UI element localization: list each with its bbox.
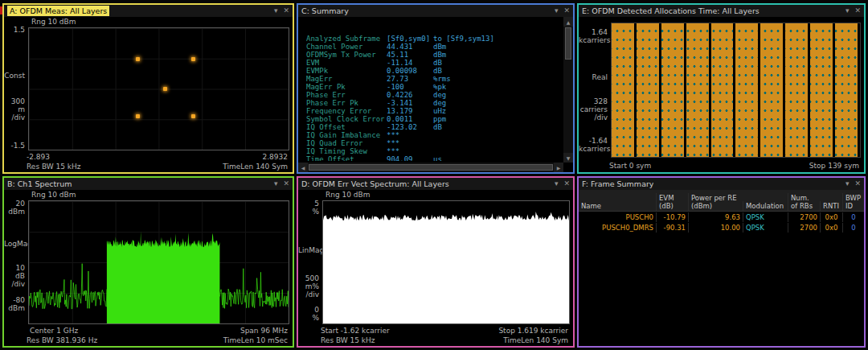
summary-line: MagErr27.73%rms (306, 75, 562, 83)
summary-vertical-scrollbar[interactable]: ▲ ▼ (563, 17, 573, 163)
vertical-scroll-thumb[interactable] (565, 27, 571, 60)
panel-close-icon[interactable]: ✕ (283, 180, 289, 187)
constellation-plot[interactable] (28, 27, 289, 150)
summary-line: OFDMSym Tx Power45.11dBm (306, 51, 562, 59)
summary-line: Phase Err0.4226deg (306, 91, 562, 99)
summary-metric-unit: us (433, 155, 442, 161)
panel-d-title: D: OFDM Err Vect Spectrum: All Layers (301, 179, 449, 189)
table-cell-rbs: 2700 (788, 223, 820, 233)
column-header[interactable]: EVM (dB) (656, 193, 688, 211)
summary-line: IQ Timing Skew*** (306, 147, 562, 155)
range-label: Rng 10 dBm (326, 191, 371, 199)
center-freq-label: Center 1 GHz (30, 327, 78, 335)
panel-ofdm-meas: A: OFDM Meas: All Layers ▾ ✕ Rng 10 dBm … (2, 3, 294, 174)
column-header[interactable]: Power per RE (dBm) (688, 193, 743, 211)
column-header[interactable]: Name (579, 201, 656, 211)
allocations-plot[interactable] (611, 23, 861, 158)
y-max-label: 1.5 (4, 26, 25, 34)
panel-d-titlebar[interactable]: D: OFDM Err Vect Spectrum: All Layers ▾ … (298, 178, 573, 190)
panel-a-title: A: OFDM Meas: All Layers (7, 6, 109, 16)
scroll-up-icon[interactable]: ▲ (563, 17, 573, 27)
summary-metric-unit: %pk (433, 83, 446, 91)
panel-b-titlebar[interactable]: B: Ch1 Spectrum ▾ ✕ (4, 178, 293, 190)
panel-menu-icon[interactable]: ▾ (845, 7, 850, 14)
summary-metric-name: IQ Quad Error (306, 139, 387, 147)
x-min-label: Start 0 sym (609, 162, 651, 170)
summary-metric-value: *** (387, 147, 433, 155)
column-header[interactable]: Modulation (743, 201, 788, 211)
panel-close-icon[interactable]: ✕ (854, 7, 861, 14)
summary-metric-value: [Sf0,sym0] (387, 35, 433, 43)
panel-b-content: Rng 10 dBm 20 dBm LogMag 10 dB /div -80 … (4, 190, 293, 346)
panel-c-titlebar[interactable]: C: Summary ▾ ✕ (298, 5, 573, 17)
summary-metric-name: IQ Offset (306, 123, 387, 131)
scroll-left-icon[interactable]: ◀ (298, 163, 308, 172)
panel-c-title: C: Summary (301, 6, 349, 16)
scale-per-div-label: 328 carriers /div (579, 97, 608, 121)
x-max-label: Stop 1.619 kcarrier (498, 327, 568, 335)
evm-spectrum-plot[interactable] (322, 200, 570, 324)
panel-e-titlebar[interactable]: E: OFDM Detected Allocations Time: All L… (579, 5, 864, 17)
table-row[interactable]: PUSCH0_DMRS-90.3110.00QPSK27000x00 (579, 222, 864, 233)
table-cell-evm: -10.79 (656, 212, 688, 222)
panel-menu-icon[interactable]: ▾ (274, 7, 278, 14)
range-label: Rng 10 dBm (31, 191, 76, 199)
res-bw-label: Res BW 15 kHz (27, 163, 81, 171)
panel-close-icon[interactable]: ✕ (563, 7, 570, 14)
panel-detected-allocations: E: OFDM Detected Allocations Time: All L… (577, 3, 866, 174)
y-max-label: 1.64 kcarriers (579, 28, 608, 44)
summary-lines: Analyzed Subframe[Sf0,sym0]to [Sf9,sym13… (306, 35, 562, 161)
y-min-label: 0 % (298, 306, 319, 322)
frame-summary-header: NameEVM (dB)Power per RE (dBm)Modulation… (579, 190, 864, 212)
column-header[interactable]: Num. of RBs (788, 193, 820, 211)
summary-metric-unit: dB (433, 59, 442, 67)
panel-d-content: Rng 10 dBm 5 % LinMag 500 m% /div 0 % St… (298, 190, 573, 346)
summary-metric-value: 13.179 (387, 107, 433, 115)
summary-metric-name: IQ Timing Skew (306, 147, 387, 155)
scale-per-div-label: 300 m /div (4, 97, 25, 121)
table-row[interactable]: PUSCH0-10.799.63QPSK27000x00 (579, 212, 864, 222)
column-header[interactable]: RNTI (820, 201, 842, 211)
panel-close-icon[interactable]: ✕ (283, 7, 289, 14)
summary-metric-unit: deg (433, 91, 446, 99)
x-max-label: 2.8932 (263, 153, 289, 161)
summary-metric-name: Frequency Error (306, 107, 387, 115)
table-cell-rnti: 0x0 (820, 212, 842, 222)
panel-c-content: Analyzed Subframe[Sf0,sym0]to [Sf9,sym13… (298, 17, 573, 172)
summary-metric-value: -3.141 (387, 99, 433, 107)
panel-err-vect-spectrum: D: OFDM Err Vect Spectrum: All Layers ▾ … (297, 176, 575, 348)
summary-metric-name: Phase Err (306, 91, 387, 99)
vertical-scroll-track[interactable] (563, 60, 573, 153)
trace-format-label: Const (4, 72, 25, 80)
frame-summary-table: NameEVM (dB)Power per RE (dBm)Modulation… (579, 190, 864, 346)
panel-menu-icon[interactable]: ▾ (555, 180, 559, 187)
spectrum-trace (29, 201, 289, 323)
y-min-label: -1.64 kcarriers (579, 137, 608, 153)
panel-close-icon[interactable]: ✕ (563, 180, 570, 187)
panel-f-titlebar[interactable]: F: Frame Summary ▾ ✕ (579, 178, 864, 190)
summary-line: Symbol Clock Error0.0011ppm (306, 115, 562, 123)
table-cell-rnti: 0x0 (820, 223, 842, 233)
range-label: Rng 10 dBm (31, 18, 76, 26)
horizontal-scroll-thumb[interactable] (309, 164, 553, 171)
summary-metric-value: -100 (387, 83, 433, 91)
summary-metric-name: Channel Power (306, 43, 387, 51)
timelen-label: TimeLen 140 Sym (503, 336, 568, 344)
summary-metric-unit: dBm (433, 43, 446, 51)
panel-menu-icon[interactable]: ▾ (274, 180, 278, 187)
spectrum-plot[interactable] (28, 200, 289, 324)
table-cell-rbs: 2700 (788, 212, 820, 222)
panel-a-titlebar[interactable]: A: OFDM Meas: All Layers ▾ ✕ (4, 5, 293, 17)
column-header[interactable]: BWP ID (842, 193, 864, 211)
summary-metric-name: EVM (306, 59, 387, 67)
constellation-point (191, 114, 195, 118)
panel-b-title: B: Ch1 Spectrum (7, 179, 72, 189)
scroll-down-icon[interactable]: ▼ (563, 153, 573, 163)
panel-menu-icon[interactable]: ▾ (555, 7, 559, 14)
summary-metric-name: EVMPk (306, 67, 387, 75)
scroll-right-icon[interactable]: ▶ (554, 163, 563, 172)
summary-line: MagErr Pk-100%pk (306, 83, 562, 91)
summary-horizontal-scrollbar[interactable]: ◀ ▶ (298, 163, 563, 172)
panel-close-icon[interactable]: ✕ (854, 180, 861, 187)
panel-menu-icon[interactable]: ▾ (845, 180, 850, 187)
